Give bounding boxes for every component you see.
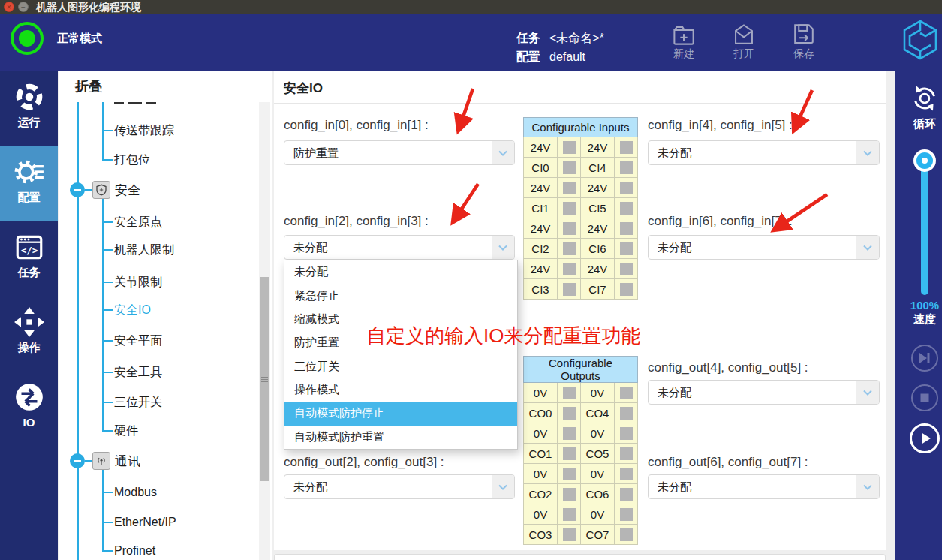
task-row: 任务<未命名>* [516,31,604,47]
io-indicator [558,178,581,198]
dropdown-option[interactable]: 自动模式防护重置 [284,426,517,449]
tree-item-profinet[interactable]: Profinet [59,540,272,560]
collapse-minus-icon[interactable] [70,182,85,197]
speed-slider-track[interactable] [921,160,928,295]
window-minimize-button[interactable]: − [18,2,29,12]
chevron-down-icon[interactable] [492,141,514,164]
config-out-6-7-select[interactable]: 未分配 [648,474,880,499]
io-indicator [615,218,638,239]
io-pin: CO4 [581,403,615,423]
clipped-tree-item [114,102,156,104]
tree-item-hardware[interactable]: 硬件 [59,420,272,442]
config-in-0-1-select[interactable]: 防护重置 [284,140,515,165]
speed-slider-knob[interactable] [913,149,936,172]
config-in-4-5-label: config_in[4], config_in[5] : [648,118,793,133]
nav-item-io[interactable]: IO [0,372,58,447]
io-indicator [615,137,638,158]
config-out-6-7-label: config_out[6], config_out[7] : [648,455,808,470]
io-pin: 24V [524,259,558,279]
tree-scrollbar [259,102,270,560]
io-indicator [615,198,638,218]
dropdown-option[interactable]: 未分配 [284,260,517,284]
io-pin: CO0 [524,403,558,423]
dropdown-option[interactable]: 操作模式 [284,378,517,402]
svg-text:</>: </> [20,245,38,256]
new-button[interactable]: 新建 [661,23,707,61]
tree-item-safety[interactable]: 安全 [59,179,272,201]
config-in-6-7-select[interactable]: 未分配 [648,235,880,260]
task-label: 任务 [516,32,540,44]
config-in-2-3-select[interactable]: 未分配 [284,235,515,260]
select-value: 未分配 [658,475,691,498]
io-pin: 0V [581,383,615,403]
open-button[interactable]: 打开 [721,23,767,61]
io-indicator [558,158,581,178]
loop-label: 循环 [895,117,942,131]
tree-item-safety-io[interactable]: 安全IO [59,299,272,321]
brand-logo-icon [901,18,940,65]
open-envelope-icon [721,23,767,47]
config-out-4-5-select[interactable]: 未分配 [648,380,880,405]
loop-icon[interactable] [910,83,940,116]
tree-item-conveyor-tracking[interactable]: 传送带跟踪 [59,119,272,142]
io-pin: CI2 [524,239,558,259]
config-out-2-3-select[interactable]: 未分配 [284,474,515,499]
io-pin: CI0 [524,158,558,178]
step-forward-button[interactable] [911,345,938,372]
io-pin: CI7 [581,279,615,300]
tree-item-modbus[interactable]: Modbus [59,481,272,504]
save-button[interactable]: 保存 [781,23,827,61]
gear-icon [14,156,45,191]
chevron-down-icon[interactable] [856,141,879,164]
dropdown-option[interactable]: 紧急停止 [284,284,517,307]
dropdown-option[interactable]: 三位开关 [284,355,517,378]
nav-item-label: IO [0,416,58,429]
tree-scrollbar-thumb[interactable] [260,277,269,481]
config-out-2-3-label: config_out[2], config_out[3] : [284,455,444,470]
tree-item-safety-tool[interactable]: 安全工具 [59,361,272,384]
chevron-down-icon[interactable] [492,475,514,498]
tree-item-three-position-switch[interactable]: 三位开关 [59,391,272,414]
tree-item-ethernet-ip[interactable]: EtherNet/IP [59,511,272,534]
config-in-4-5-select[interactable]: 未分配 [648,140,880,165]
io-indicator [558,279,581,300]
config-value: default [549,50,585,63]
io-pin: 0V [524,423,558,444]
io-indicator [615,279,638,300]
play-button[interactable] [910,423,940,453]
tree-item-robot-limits[interactable]: 机器人限制 [59,239,272,261]
chevron-down-icon[interactable] [856,236,879,259]
io-indicator [558,137,581,158]
tree-item-safety-planes[interactable]: 安全平面 [59,330,272,352]
io-indicator [558,423,581,444]
tree-item-label: 安全工具 [114,365,162,381]
collapse-header[interactable]: 折叠 [59,71,272,101]
nav-item-task[interactable]: </> 任务 [0,221,58,297]
tree-item-safety-home[interactable]: 安全原点 [59,211,272,233]
window-close-button[interactable]: × [4,2,14,12]
nav-item-label: 任务 [0,266,58,280]
io-pin: CI4 [581,158,615,178]
nav-item-config[interactable]: 配置 [0,146,58,221]
chevron-down-icon[interactable] [856,475,879,498]
collapse-minus-icon[interactable] [70,453,85,468]
chevron-down-icon[interactable] [856,381,879,404]
io-pin: CO5 [581,444,615,464]
stop-button[interactable] [911,384,938,411]
mode-label: 正常模式 [57,32,102,46]
io-indicator [615,525,638,545]
chevron-down-icon[interactable] [492,236,514,259]
tree-item-joint-limits[interactable]: 关节限制 [59,271,272,294]
tree-item-communication[interactable]: 通讯 [59,450,272,472]
nav-item-operate[interactable]: 操作 [0,297,58,372]
nav-item-label: 配置 [0,191,58,205]
tree-item-packing-position[interactable]: 打包位 [59,149,272,171]
io-indicator [558,383,581,403]
select-value: 未分配 [293,236,327,259]
next-section-panel [274,554,886,560]
nav-item-run[interactable]: 运行 [0,71,58,146]
tree-connector [85,460,92,462]
speed-value: 100% [895,299,942,312]
dropdown-option-highlighted[interactable]: 自动模式防护停止 [284,402,517,425]
io-pin: 24V [581,259,615,279]
